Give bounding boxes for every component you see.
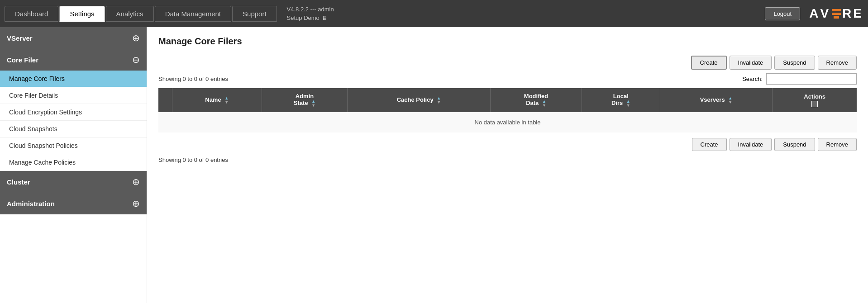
create-button-top[interactable]: Create [691, 56, 727, 70]
col-checkbox [158, 88, 172, 112]
sidebar-vserver-label: VServer [7, 34, 33, 42]
search-input[interactable] [766, 73, 857, 85]
logo-re: RE [842, 6, 863, 21]
actions-checkbox[interactable] [811, 101, 818, 107]
col-actions: Actions [773, 88, 857, 112]
bottom-toolbar: Create Invalidate Suspend Remove [158, 138, 857, 151]
sidebar-item-cloud-encryption-settings[interactable]: Cloud Encryption Settings [0, 104, 147, 121]
sidebar-section-cluster[interactable]: Cluster ⊕ [0, 171, 147, 193]
top-bar-right: Logout A V RE [765, 6, 863, 21]
showing-text-top: Showing 0 to 0 of 0 entries [158, 76, 228, 82]
tab-support[interactable]: Support [232, 6, 277, 22]
top-bar: Dashboard Settings Analytics Data Manage… [0, 0, 868, 27]
sidebar-item-core-filer-details[interactable]: Core Filer Details [0, 87, 147, 104]
search-label: Search: [742, 76, 763, 82]
create-button-bottom[interactable]: Create [692, 138, 727, 151]
logo-bars [832, 9, 841, 19]
suspend-button-bottom[interactable]: Suspend [774, 138, 815, 151]
cache-policy-sort-icon: ▲ ▼ [437, 96, 441, 104]
version-text: V4.8.2.2 --- admin [287, 5, 334, 14]
remove-button-top[interactable]: Remove [818, 56, 857, 70]
page-title: Manage Core Filers [158, 36, 857, 47]
sidebar-cluster-label: Cluster [7, 178, 30, 186]
setup-icon: 🖥 [322, 14, 327, 22]
corefiler-collapse-icon: ⊖ [132, 54, 140, 65]
modified-data-sort-icon: ▲ ▼ [542, 99, 546, 108]
nav-tabs: Dashboard Settings Analytics Data Manage… [5, 0, 278, 27]
sidebar-corefiler-label: Core Filer [7, 56, 38, 64]
admin-state-sort-icon: ▲ ▼ [311, 99, 315, 108]
tab-dashboard[interactable]: Dashboard [5, 6, 58, 22]
col-cache-policy[interactable]: Cache Policy ▲ ▼ [348, 88, 491, 112]
no-data-message: No data available in table [158, 112, 857, 133]
tab-settings[interactable]: Settings [59, 6, 105, 22]
vservers-sort-icon: ▲ ▼ [728, 96, 732, 104]
setup-demo[interactable]: Setup Demo 🖥 [287, 14, 334, 23]
cluster-expand-icon: ⊕ [132, 176, 140, 187]
remove-button-bottom[interactable]: Remove [818, 138, 857, 151]
col-admin-state[interactable]: AdminState ▲ ▼ [262, 88, 347, 112]
suspend-button-top[interactable]: Suspend [774, 56, 815, 70]
version-info: V4.8.2.2 --- admin Setup Demo 🖥 [287, 5, 334, 23]
search-row: Search: [742, 73, 857, 85]
vserver-expand-icon: ⊕ [132, 33, 140, 43]
col-vservers[interactable]: Vservers ▲ ▼ [660, 88, 773, 112]
top-toolbar: Create Invalidate Suspend Remove [158, 56, 857, 70]
invalidate-button-bottom[interactable]: Invalidate [730, 138, 772, 151]
local-dirs-sort-icon: ▲ ▼ [626, 99, 630, 108]
sidebar-section-corefiler[interactable]: Core Filer ⊖ [0, 49, 147, 71]
avere-logo: A V RE [809, 6, 863, 21]
tab-analytics[interactable]: Analytics [106, 6, 154, 22]
sidebar-administration-label: Administration [7, 200, 55, 208]
sidebar-item-cloud-snapshots[interactable]: Cloud Snapshots [0, 121, 147, 137]
col-local-dirs[interactable]: LocalDirs ▲ ▼ [582, 88, 660, 112]
tab-data-management[interactable]: Data Management [155, 6, 231, 22]
content-area: Manage Core Filers Create Invalidate Sus… [147, 27, 868, 303]
sidebar-item-cloud-snapshot-policies[interactable]: Cloud Snapshot Policies [0, 137, 147, 154]
sidebar-item-manage-cache-policies[interactable]: Manage Cache Policies [0, 154, 147, 171]
table-row-no-data: No data available in table [158, 112, 857, 133]
sidebar-section-vserver[interactable]: VServer ⊕ [0, 27, 147, 49]
logo-a: A [809, 6, 820, 21]
actions-label: Actions [804, 93, 825, 100]
sidebar: VServer ⊕ Core Filer ⊖ Manage Core Filer… [0, 27, 147, 303]
invalidate-button-top[interactable]: Invalidate [730, 56, 772, 70]
logo-v: V [820, 6, 830, 21]
sidebar-item-manage-core-filers[interactable]: Manage Core Filers [0, 71, 147, 87]
info-row: Showing 0 to 0 of 0 entries Search: [158, 73, 857, 85]
col-name[interactable]: Name ▲ ▼ [172, 88, 262, 112]
showing-text-bottom: Showing 0 to 0 of 0 entries [158, 156, 857, 163]
main-layout: VServer ⊕ Core Filer ⊖ Manage Core Filer… [0, 27, 868, 303]
administration-expand-icon: ⊕ [132, 198, 140, 209]
logout-button[interactable]: Logout [765, 7, 800, 20]
data-table: Name ▲ ▼ AdminState ▲ ▼ [158, 88, 857, 133]
name-sort-icon: ▲ ▼ [224, 96, 229, 104]
sidebar-section-administration[interactable]: Administration ⊕ [0, 193, 147, 214]
col-modified-data[interactable]: ModifiedData ▲ ▼ [490, 88, 582, 112]
